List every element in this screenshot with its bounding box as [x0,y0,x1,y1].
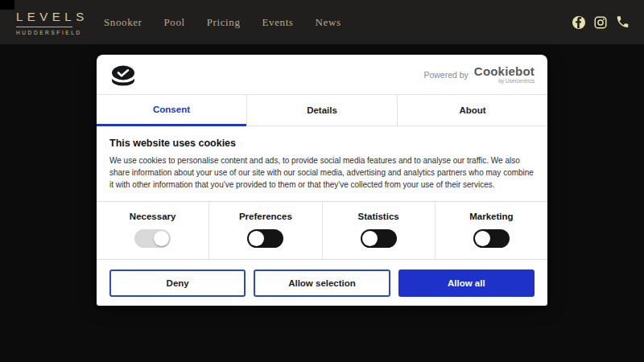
nav-item-events[interactable]: Events [262,16,294,29]
phone-icon[interactable] [616,16,629,29]
social-links [572,0,629,44]
toggle-preferences[interactable] [247,229,283,248]
toggle-knob [475,231,490,246]
toggle-label-statistics: Statistics [358,212,399,221]
cookiebot-brand-sub: by Usercentrics [498,79,535,84]
toggle-col-statistics: Statistics [322,202,435,259]
powered-by: Powered by Cookiebot by Usercentrics [423,65,535,84]
toggle-knob [362,231,378,246]
nav-item-news[interactable]: News [316,16,341,29]
instagram-icon[interactable] [594,16,607,29]
toggle-knob [154,231,169,246]
toggle-label-necessary: Necessary [130,212,176,221]
dialog-header: Powered by Cookiebot by Usercentrics [97,55,547,94]
cookie-consent-dialog: Powered by Cookiebot by Usercentrics Con… [97,55,547,306]
tab-consent[interactable]: Consent [97,95,246,126]
cookiebot-check-icon [109,63,137,87]
nav-item-snooker[interactable]: Snooker [104,16,142,29]
site-logo[interactable]: LEVELS HUDDERSFIELD [16,10,72,35]
consent-toggle-row: Necessary Preferences Statistics Marketi… [97,201,547,260]
consent-panel: This website uses cookies We use cookies… [97,126,547,201]
site-logo-subtitle: HUDDERSFIELD [16,30,72,35]
toggle-col-marketing: Marketing [435,202,547,259]
toggle-necessary[interactable] [134,229,171,248]
facebook-icon[interactable] [572,16,585,29]
toggle-marketing[interactable] [473,229,510,248]
deny-button[interactable]: Deny [109,269,246,297]
top-left-notch [0,0,14,10]
toggle-col-preferences: Preferences [208,202,321,259]
toggle-statistics[interactable] [361,229,397,248]
site-header: LEVELS HUDDERSFIELD Snooker Pool Pricing… [0,0,644,44]
dialog-description: We use cookies to personalise content an… [109,154,535,191]
nav-item-pool[interactable]: Pool [164,16,185,29]
toggle-label-preferences: Preferences [239,212,292,221]
dialog-title: This website uses cookies [109,138,535,149]
tab-about[interactable]: About [397,95,547,126]
allow-all-button[interactable]: Allow all [398,269,535,297]
nav-item-pricing[interactable]: Pricing [207,16,241,29]
cookiebot-brand[interactable]: Cookiebot by Usercentrics [474,65,535,84]
toggle-col-necessary: Necessary [97,202,208,259]
toggle-label-marketing: Marketing [469,212,513,221]
dialog-tabbar: Consent Details About [97,94,547,126]
site-logo-title: LEVELS [16,10,72,27]
powered-by-label: Powered by [423,70,468,80]
tab-details[interactable]: Details [246,95,397,126]
main-nav: Snooker Pool Pricing Events News [104,16,341,29]
toggle-knob [249,231,264,246]
dialog-button-row: Deny Allow selection Allow all [97,260,547,306]
cookiebot-brand-name: Cookiebot [474,65,535,77]
allow-selection-button[interactable]: Allow selection [254,269,390,297]
